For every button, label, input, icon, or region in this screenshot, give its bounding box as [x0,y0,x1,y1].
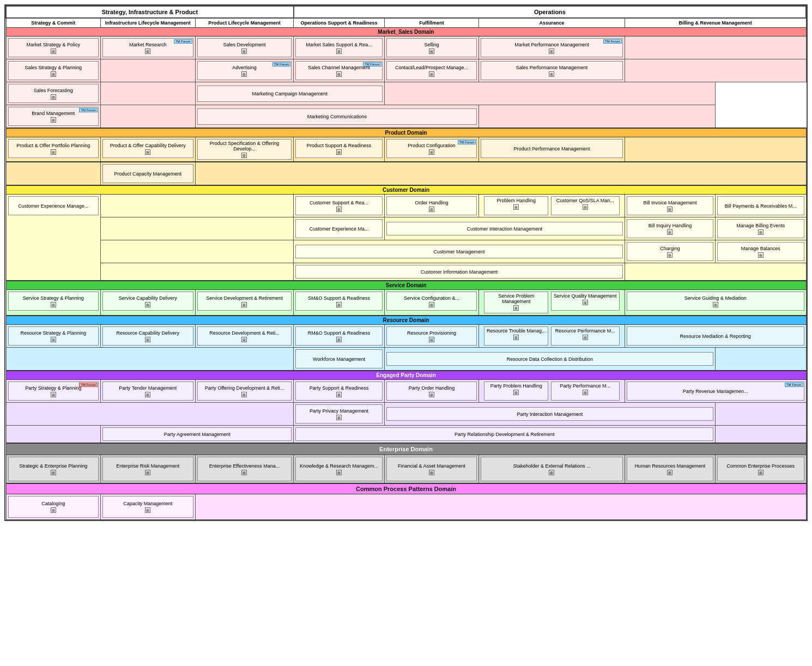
cell-customer-exp-ma[interactable]: Customer Experience Ma... [294,217,384,240]
cell-sales-strategy[interactable]: Sales Strategy & Planning ⊞ [6,59,101,82]
cell-manage-balances[interactable]: Manage Balances ⊞ [716,240,806,263]
cell-advertising[interactable]: TM Forum Advertising ⊞ [195,59,294,82]
expand-icon[interactable]: ⊞ [513,335,519,340]
expand-icon[interactable]: ⊞ [429,207,434,212]
cell-selling[interactable]: Selling ⊞ [384,37,479,59]
expand-icon[interactable]: ⊞ [429,49,434,54]
cell-resource-strategy[interactable]: Resource Strategy & Planning ⊞ [6,325,101,348]
expand-icon[interactable]: ⊞ [51,392,56,397]
cell-capacity-mgmt[interactable]: Capacity Management ⊞ [101,494,196,520]
cell-party-agreement[interactable]: Party Agreement Management [101,426,294,444]
expand-icon[interactable]: ⊞ [758,252,763,258]
cell-rmo-support[interactable]: RM&O Support & Readiness ⊞ [294,325,384,348]
expand-icon[interactable]: ⊞ [429,71,434,77]
cell-marketing-campaign[interactable]: Marketing Campaign Management [195,82,384,105]
cell-market-strategy[interactable]: Market Strategy & Policy ⊞ [6,37,101,59]
expand-icon[interactable]: ⊞ [713,302,718,307]
cell-sales-channel[interactable]: TM Forum Sales Channel Management ⊞ [294,59,384,82]
cell-party-tender[interactable]: Party Tender Management ⊞ [101,380,196,403]
cell-marketing-comms[interactable]: Marketing Communications [195,105,479,129]
expand-icon[interactable]: ⊞ [51,302,56,307]
cell-sales-perf[interactable]: Sales Performance Management ⊞ [479,59,625,82]
cell-resource-provisioning[interactable]: Resource Provisioning ⊞ [384,325,479,348]
cell-party-order[interactable]: Party Order Handling ⊞ [384,380,479,403]
expand-icon[interactable]: ⊞ [667,470,672,475]
cell-party-support[interactable]: Party Support & Readiness ⊞ [294,380,384,403]
cell-resource-capability[interactable]: Resource Capability Delivery ⊞ [101,325,196,348]
cell-strategic-enterprise[interactable]: Strategic & Enterprise Planning ⊞ [6,455,101,484]
expand-icon[interactable]: ⊞ [336,337,342,342]
expand-icon[interactable]: ⊞ [51,117,56,123]
expand-icon[interactable]: ⊞ [336,302,342,307]
cell-resource-dev[interactable]: Resource Development & Reti... ⊞ [195,325,294,348]
expand-icon[interactable]: ⊞ [549,49,554,54]
expand-icon[interactable]: ⊞ [51,507,56,513]
expand-icon[interactable]: ⊞ [583,204,588,210]
cell-product-capacity[interactable]: Product Capacity Management [101,162,196,185]
expand-icon[interactable]: ⊞ [429,149,434,155]
expand-icon[interactable]: ⊞ [241,153,247,158]
expand-icon[interactable]: ⊞ [336,71,342,77]
cell-manage-billing-events[interactable]: Manage Billing Events ⊞ [716,217,806,240]
cell-customer-mgmt[interactable]: Customer Management [294,240,625,263]
cell-resource-data[interactable]: Resource Data Collection & Distribution [384,348,715,371]
cell-problem-handling[interactable]: Problem Handling ⊞ Customer QoS/SLA Man.… [479,195,625,217]
cell-party-interaction[interactable]: Party Interaction Management [384,403,715,426]
expand-icon[interactable]: ⊞ [241,302,247,307]
expand-icon[interactable]: ⊞ [429,302,434,307]
expand-icon[interactable]: ⊞ [145,507,150,513]
expand-icon[interactable]: ⊞ [583,335,588,340]
cell-market-research[interactable]: TM Forum Market Research ⊞ [101,37,196,59]
cell-service-strategy[interactable]: Service Strategy & Planning ⊞ [6,290,101,316]
expand-icon[interactable]: ⊞ [241,337,247,342]
expand-icon[interactable]: ⊞ [145,470,150,475]
expand-icon[interactable]: ⊞ [51,470,56,475]
expand-icon[interactable]: ⊞ [336,392,342,397]
expand-icon[interactable]: ⊞ [667,207,672,212]
expand-icon[interactable]: ⊞ [241,71,247,77]
cell-product-config[interactable]: TM Forum Product Configuration ⊞ [384,137,479,162]
cell-sales-development[interactable]: Sales Development ⊞ [195,37,294,59]
expand-icon[interactable]: ⊞ [241,470,247,475]
expand-icon[interactable]: ⊞ [145,49,150,54]
cell-contact-lead[interactable]: Contact/Lead/Prospect Manage... ⊞ [384,59,479,82]
expand-icon[interactable]: ⊞ [51,337,56,342]
cell-enterprise-risk[interactable]: Enterprise Risk Management ⊞ [101,455,196,484]
expand-icon[interactable]: ⊞ [51,94,56,100]
expand-icon[interactable]: ⊞ [429,392,434,397]
expand-icon[interactable]: ⊞ [583,300,588,305]
cell-customer-interaction[interactable]: Customer Interaction Management [384,217,625,240]
expand-icon[interactable]: ⊞ [336,470,342,475]
expand-icon[interactable]: ⊞ [336,149,342,155]
expand-icon[interactable]: ⊞ [513,390,519,395]
expand-icon[interactable]: ⊞ [758,470,763,475]
expand-icon[interactable]: ⊞ [51,71,56,77]
expand-icon[interactable]: ⊞ [336,207,342,212]
cell-bill-inquiry[interactable]: Bill Inquiry Handling ⊞ [625,217,715,240]
expand-icon[interactable]: ⊞ [667,252,672,258]
expand-icon[interactable]: ⊞ [145,337,150,342]
cell-cataloging[interactable]: Cataloging ⊞ [6,494,101,520]
expand-icon[interactable]: ⊞ [758,229,763,235]
cell-party-problem-perf[interactable]: Party Problem Handling ⊞ Party Performan… [479,380,625,403]
cell-market-sales-support[interactable]: Market Sales Support & Rea... ⊞ [294,37,384,59]
cell-party-strategy[interactable]: TM Forum Party Strategy & Planning ⊞ [6,380,101,403]
expand-icon[interactable]: ⊞ [429,337,434,342]
expand-icon[interactable]: ⊞ [336,49,342,54]
expand-icon[interactable]: ⊞ [51,49,56,54]
expand-icon[interactable]: ⊞ [145,392,150,397]
expand-icon[interactable]: ⊞ [513,305,519,311]
cell-stakeholder-external[interactable]: Stakeholder & External Relations ... ⊞ [479,455,625,484]
cell-customer-experience[interactable]: Customer Experience Manage... [6,195,101,281]
cell-brand-mgmt[interactable]: TM Forum Brand Management ⊞ [6,105,101,129]
cell-charging[interactable]: Charging ⊞ [625,240,715,263]
cell-smo-support[interactable]: SM&O Support & Readiness ⊞ [294,290,384,316]
cell-service-guiding[interactable]: Service Guiding & Mediation ⊞ [625,290,806,316]
expand-icon[interactable]: ⊞ [51,149,56,155]
cell-resource-mediation[interactable]: Resource Mediation & Reporting [625,325,806,348]
cell-party-revenue[interactable]: TM Forum Party Revenue Managemen... [625,380,806,403]
cell-order-handling[interactable]: Order Handling ⊞ [384,195,479,217]
expand-icon[interactable]: ⊞ [145,149,150,155]
cell-customer-info[interactable]: Customer Information Management [294,263,625,281]
expand-icon[interactable]: ⊞ [667,229,672,235]
